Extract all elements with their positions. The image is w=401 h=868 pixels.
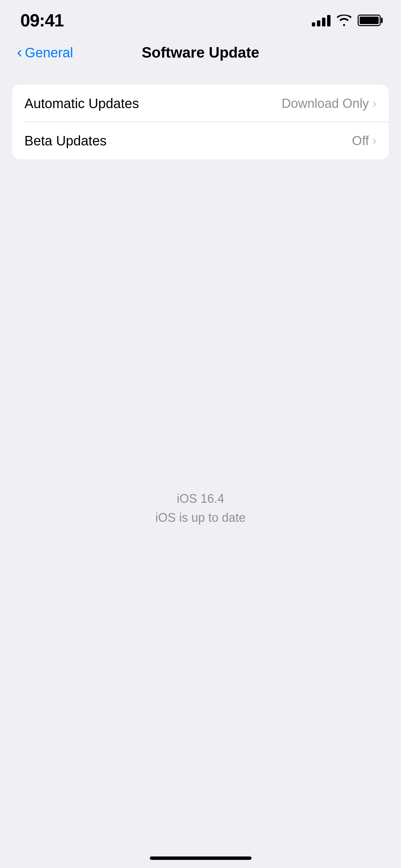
automatic-updates-label: Automatic Updates (24, 96, 139, 111)
settings-list: Automatic Updates Download Only › Beta U… (12, 85, 389, 159)
page-title: Software Update (142, 44, 259, 61)
beta-updates-value-group: Off › (352, 134, 377, 148)
beta-updates-label: Beta Updates (24, 133, 106, 149)
beta-updates-row[interactable]: Beta Updates Off › (12, 122, 389, 159)
center-info: iOS 16.4 iOS is up to date (155, 492, 245, 525)
back-label: General (25, 45, 73, 60)
home-indicator (150, 856, 252, 860)
automatic-updates-value: Download Only (282, 96, 369, 111)
battery-icon (358, 15, 381, 26)
wifi-icon (337, 15, 352, 26)
ios-status: iOS is up to date (155, 511, 245, 525)
beta-updates-value: Off (352, 134, 369, 148)
signal-icon (312, 14, 330, 26)
status-bar: 09:41 (0, 0, 401, 34)
nav-bar: ‹ General Software Update (0, 34, 401, 71)
back-chevron-icon: ‹ (17, 44, 22, 60)
automatic-updates-value-group: Download Only › (282, 96, 377, 111)
chevron-right-icon: › (372, 134, 377, 148)
status-time: 09:41 (20, 10, 64, 31)
ios-version: iOS 16.4 (155, 492, 245, 506)
status-icons (312, 14, 381, 26)
automatic-updates-row[interactable]: Automatic Updates Download Only › (12, 85, 389, 122)
chevron-right-icon: › (372, 96, 377, 111)
back-button[interactable]: ‹ General (17, 45, 73, 60)
